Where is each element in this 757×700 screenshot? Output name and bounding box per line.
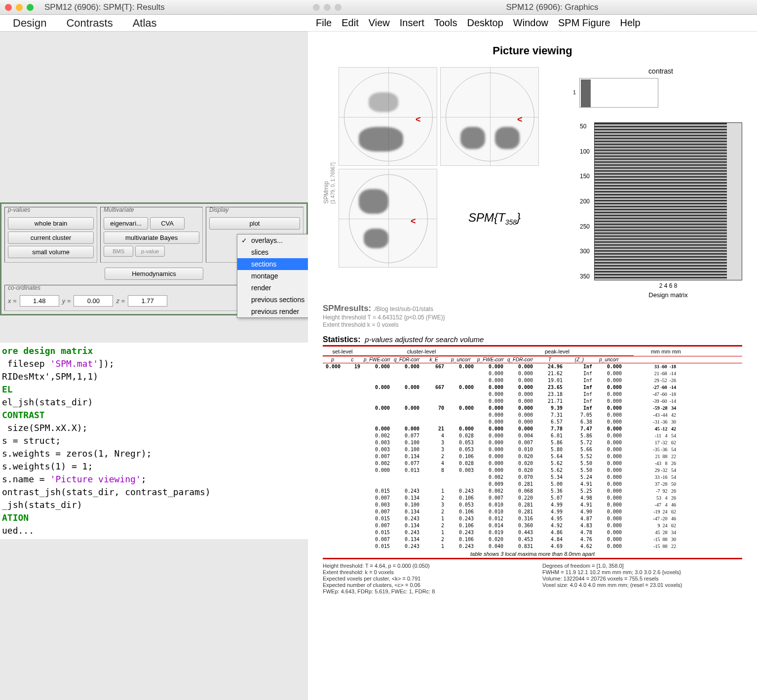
z-input[interactable] [128,295,167,307]
mip-block: SPMmip [1.479, 0, 1.76967] < [323,67,539,299]
pvalues-group: p-values whole brain current cluster sma… [4,207,97,263]
table-row[interactable]: 0.0000.0006.576.380.000-31 -36 30 [323,419,742,426]
gmenu-tools[interactable]: Tools [434,17,457,29]
table-row[interactable]: 0.0150.24310.2430.0020.0685.365.250.000 … [323,488,742,495]
minimize-icon[interactable] [324,4,331,11]
design-matrix[interactable]: 50100150200250300350 [594,122,742,280]
group-label: p-values [8,206,30,213]
multivariate-group: Multivariate eigenvari... CVA multivaria… [100,207,203,263]
results-window: SPM12 (6906): SPM{T}: Results Design Con… [0,0,308,700]
gmenu-desktop[interactable]: Desktop [467,17,503,29]
dm-yticks: 50100150200250300350 [580,123,590,280]
z-label: z = [116,297,125,305]
traffic-lights [5,4,34,11]
group-label: Display [209,206,228,213]
y-label: y = [62,297,71,305]
figure-area: Picture viewing SPMmip [1.479, 0, 1.7696… [308,32,757,605]
local-maxima-note: table shows 3 local maxima more than 8.0… [323,551,742,557]
sub-headers: pcp_FWE-corrq_FDR-corrk_Ep_uncorrp_FWE-c… [323,356,742,363]
table-row[interactable]: 0.0000.00023.18Inf0.000-47 -60 -18 [323,391,742,398]
table-row[interactable]: 0.0030.10030.0530.0000.0075.865.720.000 … [323,439,742,446]
x-input[interactable] [20,295,59,307]
group-label: Multivariate [104,206,134,213]
gmenu-view[interactable]: View [369,17,390,29]
table-row[interactable]: 0.0000.000700.0000.0000.0009.39Inf0.000-… [323,405,742,412]
table-row[interactable]: 0.0000.01380.0030.0000.0205.625.500.000 … [323,467,742,474]
x-label: x = [8,297,17,305]
gmenu-window[interactable]: Window [513,17,548,29]
whole-brain-button[interactable]: whole brain [8,217,94,230]
stats-footer: Height threshold: T = 4.64, p = 0.000 (0… [323,562,742,595]
table-row[interactable]: 0.0000.000210.0000.0000.0007.787.470.000… [323,426,742,432]
table-row[interactable]: 0.0150.24310.2430.0190.4434.864.780.000 … [323,529,742,536]
graphics-menubar: FileEditViewInsertToolsDesktopWindowSPM … [308,15,757,32]
menu-atlas[interactable]: Atlas [133,17,157,30]
results-menubar: Design Contrasts Atlas [0,15,308,32]
mip-label: SPMmip [1.479, 0, 1.76967] [323,162,337,203]
eigenvariate-button[interactable]: eigenvari... [104,217,148,230]
mip-coronal[interactable]: < [440,67,539,166]
table-row[interactable]: 0.0020.0705.345.240.000 33 -16 54 [323,474,742,481]
close-icon[interactable] [313,4,320,11]
dm-caption: Design matrix [594,291,742,299]
dm-xticks: 2 4 6 8 [594,282,742,289]
gmenu-edit[interactable]: Edit [341,17,358,29]
graphics-window: SPM12 (6906): Graphics FileEditViewInser… [308,0,757,700]
stats-table[interactable]: 0.000190.0000.0006670.0000.0000.00024.96… [323,363,742,550]
header-groups: set-level cluster-level peak-level mm mm… [323,348,742,356]
table-row[interactable]: 0.0070.13420.1060.0070.2205.074.980.000 … [323,495,742,502]
table-row[interactable]: 0.0090.2815.004.910.000 37 -28 50 [323,481,742,488]
table-row[interactable]: 0.0070.13420.1060.0000.0205.645.520.000 … [323,453,742,460]
zoom-icon[interactable] [27,4,34,11]
multivariate-bayes-button[interactable]: multivariate Bayes [104,232,199,244]
menu-contrasts[interactable]: Contrasts [66,17,113,30]
mip-axial[interactable]: < [339,169,437,268]
small-volume-button[interactable]: small volume [8,246,94,258]
table-row[interactable]: 0.0020.07740.0280.0000.0046.015.860.000-… [323,432,742,439]
zoom-icon[interactable] [335,4,341,11]
table-row[interactable]: 0.0000.00021.71Inf0.000-39 -60 -14 [323,398,742,405]
gmenu-insert[interactable]: Insert [400,17,424,29]
table-row[interactable]: 0.0030.10030.0530.0000.0105.805.660.000-… [323,446,742,453]
mip-sagittal[interactable]: < [339,67,437,166]
table-row[interactable]: 0.0000.00019.01Inf0.000 29 -52 -26 [323,377,742,384]
table-row[interactable]: 0.0150.24310.2430.0400.8314.694.620.000-… [323,543,742,550]
y-input[interactable] [74,295,113,307]
pvalue-button[interactable]: p-value [135,246,165,257]
menu-design[interactable]: Design [13,17,46,30]
plot-button[interactable]: plot [209,217,300,230]
figure-title: Picture viewing [323,44,742,57]
gmenu-help[interactable]: Help [620,17,641,29]
spm-results-info: SPMresults: ./Blog test/sub-01/stats Hei… [323,304,742,328]
spm-t-label: SPM{T358} [468,211,521,226]
cva-button[interactable]: CVA [150,217,185,230]
stats-block: Statistics: p-values adjusted for search… [323,335,742,595]
hemodynamics-button[interactable]: Hemodynamics [105,268,203,280]
table-row[interactable]: 0.0030.10030.0530.0100.2814.994.910.000-… [323,502,742,508]
minimize-icon[interactable] [16,4,23,11]
contrast-box: 1 [579,78,658,108]
table-row[interactable]: 0.0070.13420.1060.0200.4534.844.760.000-… [323,536,742,543]
table-row[interactable]: 0.0000.0006670.0000.0000.00023.65Inf0.00… [323,384,742,391]
current-cluster-button[interactable]: current cluster [8,232,94,244]
table-row[interactable]: 0.0070.13420.1060.0100.2814.994.900.000-… [323,508,742,515]
close-icon[interactable] [5,4,12,11]
table-row[interactable]: 0.0020.07740.0280.0000.0205.625.500.000-… [323,460,742,467]
window-title: SPM12 (6906): Graphics [348,2,752,12]
table-row[interactable]: 0.0070.13420.1060.0140.3604.924.830.000 … [323,522,742,529]
table-row[interactable]: 0.0150.24310.2430.0120.3164.954.870.000-… [323,515,742,522]
bms-button[interactable]: BMS [104,246,133,257]
contrast-label: contrast [579,67,742,75]
group-label: co-ordinates [8,284,40,291]
code-editor[interactable]: ore design matrix filesep 'SPM.mat']);RI… [0,343,308,539]
window-title: SPM12 (6906): SPM{T}: Results [40,2,303,12]
right-column: contrast 1 50100150200250300350 2 4 6 8 … [579,67,742,299]
gmenu-file[interactable]: File [316,17,332,29]
graphics-titlebar: SPM12 (6906): Graphics [308,0,757,15]
table-row[interactable]: 0.0000.00021.62Inf0.000 21 -68 -14 [323,370,742,377]
traffic-lights [313,4,341,11]
table-row[interactable]: 0.0000.0007.317.050.000-43 -44 42 [323,412,742,419]
table-row[interactable]: 0.000190.0000.0006670.0000.0000.00024.96… [323,363,742,370]
contrast-bar [581,79,591,107]
gmenu-spm-figure[interactable]: SPM Figure [558,17,610,29]
